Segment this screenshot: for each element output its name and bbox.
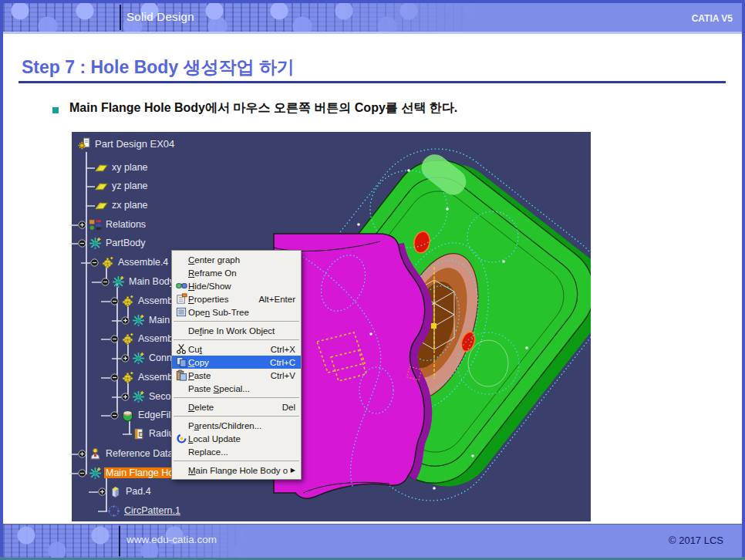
menu-icon-spacer <box>174 401 188 413</box>
tree-trunk-line <box>86 152 87 474</box>
tree-expand-plus-icon[interactable] <box>121 316 130 325</box>
tree-item-label: yz plane <box>110 180 150 191</box>
tree-item-reference-data[interactable]: Reference Data <box>78 447 175 460</box>
copyright-label: © 2017 LCS <box>669 535 723 546</box>
menu-item-properties[interactable]: PropertiesAlt+Enter <box>172 292 301 305</box>
part-icon <box>78 137 91 150</box>
radius-icon: E <box>132 427 145 440</box>
title-underline <box>19 81 726 83</box>
catia-3d-viewport[interactable]: Part Design EX04xy planeyz planezx plane… <box>72 132 591 521</box>
open-sub-tree-icon <box>174 306 188 318</box>
properties-icon <box>174 293 188 305</box>
tree-item-label: PartBody <box>104 238 147 248</box>
submenu-arrow-icon: ▶ <box>291 467 295 474</box>
tree-item-main-body[interactable]: Main Body <box>101 275 176 288</box>
tree-item-label: CircPattern.1 <box>123 505 182 516</box>
menu-separator <box>174 460 299 461</box>
tree-expand-minus-icon[interactable] <box>110 335 119 343</box>
circpattern-icon <box>107 504 120 518</box>
menu-item-parents-children[interactable]: Parents/Children... <box>172 419 301 432</box>
tree-expand-plus-icon[interactable] <box>78 450 86 458</box>
menu-shortcut: Ctrl+X <box>271 345 295 354</box>
sketch-anchor-point <box>431 323 437 329</box>
tree-expand-minus-icon[interactable] <box>90 258 99 267</box>
tree-item-label: Assemble.4 <box>116 257 170 268</box>
tree-item-xy-plane[interactable]: xy plane <box>95 160 150 174</box>
menu-item-replace[interactable]: Replace... <box>172 445 301 458</box>
tree-expand-minus-icon[interactable] <box>110 411 119 420</box>
tree-expand-minus-icon[interactable] <box>101 278 110 286</box>
tree-expand-minus-icon[interactable] <box>78 469 86 477</box>
tree-item-relations[interactable]: Relations <box>78 218 147 231</box>
menu-item-main-flange-hole-body-object[interactable]: Main Flange Hole Body object▶ <box>172 464 301 477</box>
menu-item-define-in-work-object[interactable]: Define In Work Object <box>172 324 301 337</box>
menu-item-hide-show[interactable]: Hide/Show <box>172 279 301 292</box>
menu-icon-spacer <box>174 383 188 394</box>
menu-separator <box>174 397 299 398</box>
menu-item-local-update[interactable]: Local Update <box>172 432 301 445</box>
menu-item-open-sub-tree[interactable]: Open Sub-Tree <box>172 305 301 319</box>
menu-separator <box>174 321 299 322</box>
tree-expand-minus-icon[interactable] <box>110 373 119 382</box>
menu-icon-spacer <box>174 254 188 265</box>
bullet-square-icon <box>52 107 59 113</box>
menu-item-copy[interactable]: CopyCtrl+C <box>172 356 301 369</box>
tree-item-circpattern-1[interactable]: CircPattern.1 <box>107 504 182 518</box>
brand-label: CATIA V5 <box>692 13 733 24</box>
menu-icon-spacer <box>174 446 188 457</box>
context-menu: Center graphReframe OnHide/ShowPropertie… <box>171 250 302 480</box>
menu-shortcut: Ctrl+C <box>270 358 295 367</box>
menu-item-label: Parents/Children... <box>188 421 295 430</box>
assemble-icon <box>121 295 134 308</box>
tree-expand-plus-icon[interactable] <box>78 221 86 229</box>
menu-item-label: Open Sub-Tree <box>188 308 295 317</box>
menu-item-paste-special[interactable]: Paste Special... <box>172 382 301 395</box>
tree-item-part-design-ex04[interactable]: Part Design EX04 <box>78 137 176 150</box>
tree-item-label: zx plane <box>110 200 150 211</box>
header-decorative-pattern <box>3 3 497 32</box>
tree-expand-plus-icon[interactable] <box>121 393 130 401</box>
menu-shortcut: Ctrl+V <box>271 371 295 380</box>
body-icon <box>132 390 145 403</box>
header-underline-strip <box>3 32 742 34</box>
menu-item-delete[interactable]: DeleteDel <box>172 400 301 413</box>
fillet-icon <box>121 409 134 422</box>
header-bar: Solid Design CATIA V5 <box>3 3 742 32</box>
slide-border-left <box>0 0 3 560</box>
menu-item-label: Main Flange Hole Body object <box>188 466 288 475</box>
svg-text:E: E <box>139 430 143 437</box>
paste-icon <box>174 369 188 381</box>
menu-item-label: Hide/Show <box>188 282 295 291</box>
tree-item-zx-plane[interactable]: zx plane <box>95 198 150 212</box>
tree-expand-minus-icon[interactable] <box>110 297 119 305</box>
tree-item-pad-4[interactable]: Pad.4 <box>98 484 153 498</box>
assemble-icon <box>121 371 134 384</box>
menu-item-label: Reframe On <box>188 268 295 278</box>
tree-item-partbody[interactable]: PartBody <box>78 236 147 250</box>
app-title: Solid Design <box>126 10 194 23</box>
hide-show-icon <box>174 280 188 292</box>
copy-icon <box>174 356 188 368</box>
slide-border-right <box>742 0 745 560</box>
menu-icon-spacer <box>174 267 188 278</box>
tree-expand-minus-icon[interactable] <box>78 239 86 248</box>
menu-item-label: Copy <box>188 358 265 367</box>
menu-icon-spacer <box>174 464 188 476</box>
menu-item-cut[interactable]: CutCtrl+X <box>172 342 301 356</box>
tree-expand-plus-icon[interactable] <box>98 487 106 496</box>
local-update-icon <box>174 433 188 444</box>
tree-item-label: Relations <box>104 219 147 230</box>
menu-shortcut: Alt+Enter <box>258 295 295 304</box>
website-link[interactable]: www.edu-catia.com <box>126 534 217 545</box>
tree-item-assemble-4[interactable]: Assemble.4 <box>90 255 170 269</box>
plane-icon <box>95 180 108 193</box>
body-icon <box>89 237 102 250</box>
bullet-text: Main Flange Hole Body에서 마우스 오른쪽 버튼의 Copy… <box>69 100 457 116</box>
menu-item-label: Replace... <box>188 447 295 457</box>
tree-item-yz-plane[interactable]: yz plane <box>95 179 150 193</box>
menu-item-label: Paste Special... <box>188 384 295 393</box>
menu-item-paste[interactable]: PasteCtrl+V <box>172 369 301 382</box>
menu-item-reframe-on[interactable]: Reframe On <box>172 266 301 279</box>
menu-item-center-graph[interactable]: Center graph <box>172 253 301 266</box>
tree-expand-plus-icon[interactable] <box>121 354 130 363</box>
